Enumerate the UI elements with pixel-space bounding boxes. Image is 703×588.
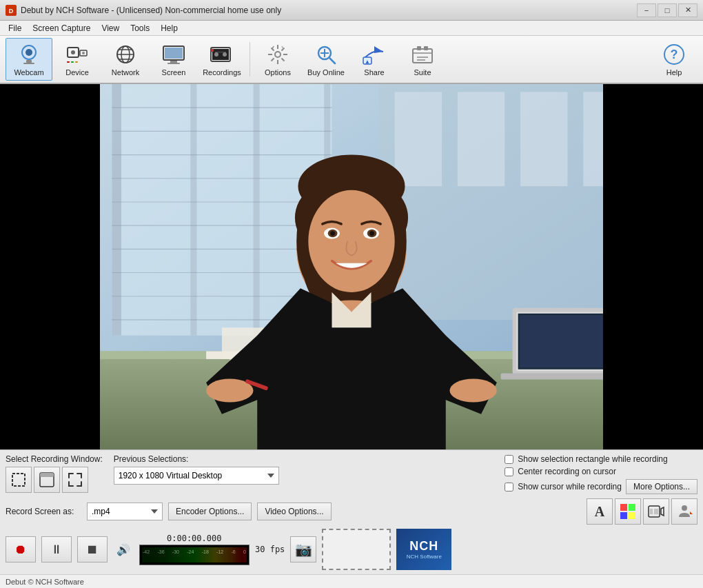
record-icon: ⏺	[14, 543, 27, 557]
video-options-button[interactable]: Video Options...	[257, 503, 331, 520]
more-options-button[interactable]: More Options...	[626, 479, 697, 494]
svg-point-101	[449, 378, 496, 402]
svg-rect-107	[629, 504, 635, 511]
share-label: Share	[364, 68, 384, 77]
minimize-button[interactable]: −	[637, 3, 656, 17]
svg-rect-4	[26, 60, 32, 63]
svg-rect-21	[167, 63, 180, 64]
previous-selections-section: Previous Selections: 1920 x 1080 Virtual…	[114, 454, 279, 485]
toolbar-btn-device[interactable]: Device	[54, 38, 101, 81]
screen-icon	[161, 42, 186, 67]
share-icon: ▲	[362, 42, 387, 67]
help-label: Help	[666, 68, 682, 77]
device-icon	[65, 42, 90, 67]
svg-rect-26	[215, 52, 226, 52]
svg-rect-70	[395, 92, 442, 186]
toolbar-btn-screen[interactable]: Screen	[150, 38, 197, 81]
video-frame	[100, 84, 603, 449]
svg-point-9	[82, 52, 85, 54]
svg-rect-11	[71, 61, 74, 63]
menu-view[interactable]: View	[96, 22, 125, 34]
select-window-button[interactable]	[34, 467, 60, 493]
volume-button[interactable]: 🔊	[113, 539, 134, 560]
nch-logo-subtext: NCH Software	[407, 554, 442, 560]
svg-rect-27	[211, 49, 214, 52]
stop-icon: ⏹	[86, 543, 99, 557]
playback-row: ⏺ ⏸ ⏹ 🔊 0:00:00.000 -42-36-30-24-18-12-6…	[6, 529, 697, 570]
center-cursor-checkbox[interactable]	[505, 467, 513, 476]
nch-logo-text: NCH	[409, 539, 438, 554]
record-button[interactable]: ⏺	[6, 536, 36, 562]
svg-text:?: ?	[671, 48, 678, 61]
help-icon: ?	[662, 42, 686, 67]
recording-window-label: Select Recording Window:	[6, 454, 103, 464]
toolbar-btn-buy-online[interactable]: Buy Online	[303, 38, 349, 81]
svg-rect-105	[40, 473, 54, 477]
svg-line-37	[272, 46, 274, 49]
time-fps-display: 0:00:00.000 -42-36-30-24-18-12-60	[139, 534, 249, 565]
svg-rect-112	[650, 509, 653, 514]
pause-button[interactable]: ⏸	[41, 536, 72, 562]
format-dropdown[interactable]: .mp4 .avi .wmv .flv .mkv	[87, 503, 163, 520]
svg-point-99	[369, 231, 374, 236]
toolbar-btn-help[interactable]: ? Help	[651, 38, 697, 81]
menu-bar: File Screen Capture View Tools Help	[0, 21, 703, 36]
svg-line-38	[282, 46, 283, 49]
toolbar-separator-1	[249, 42, 250, 77]
suite-label: Suite	[414, 68, 431, 77]
svg-rect-108	[620, 512, 627, 519]
svg-rect-71	[458, 92, 505, 186]
color-tool-button[interactable]	[615, 498, 641, 525]
recordings-icon	[210, 42, 234, 67]
svg-point-114	[682, 505, 687, 511]
menu-help[interactable]: Help	[155, 22, 183, 34]
toolbar-btn-options[interactable]: Options	[254, 38, 301, 81]
video-content	[100, 84, 603, 449]
text-tool-button[interactable]: A	[587, 498, 613, 525]
screen-label: Screen	[162, 68, 186, 77]
time-display: 0:00:00.000	[167, 534, 222, 543]
svg-point-25	[223, 52, 227, 57]
toolbar-btn-suite[interactable]: Suite	[399, 38, 446, 81]
stop-button[interactable]: ⏹	[77, 536, 108, 562]
toolbar-btn-network[interactable]: Network	[102, 38, 149, 81]
network-label: Network	[112, 68, 139, 77]
maximize-button[interactable]: □	[658, 3, 677, 17]
select-rectangle-button[interactable]	[6, 467, 32, 493]
svg-rect-19	[165, 48, 183, 59]
person-tool-button[interactable]	[671, 498, 697, 525]
previous-selections-dropdown[interactable]: 1920 x 1080 Virtual Desktop Full Screen …	[114, 467, 279, 485]
show-cursor-label: Show cursor while recording	[518, 482, 622, 491]
preview-box	[322, 529, 391, 570]
toolbar-btn-recordings[interactable]: Recordings	[198, 38, 245, 81]
toolbar-btn-webcam[interactable]: Webcam	[6, 38, 52, 81]
close-button[interactable]: ✕	[678, 3, 697, 17]
toolbar-btn-share[interactable]: ▲ Share	[351, 38, 398, 81]
show-cursor-checkbox[interactable]	[505, 483, 513, 491]
status-text: Debut © NCH Software	[6, 578, 84, 586]
webcam-icon	[17, 42, 41, 67]
svg-rect-72	[520, 92, 567, 186]
webcam-label: Webcam	[14, 68, 43, 77]
svg-rect-47	[417, 46, 421, 50]
meter-container: -42-36-30-24-18-12-60	[141, 547, 247, 563]
menu-screen-capture[interactable]: Screen Capture	[27, 22, 96, 34]
svg-rect-106	[620, 504, 627, 511]
svg-line-34	[282, 59, 285, 61]
show-selection-row: Show selection rectangle while recording	[505, 454, 697, 464]
center-cursor-row: Center recording on cursor	[505, 467, 697, 476]
select-fullscreen-button[interactable]	[62, 467, 88, 493]
volume-icon: 🔊	[116, 543, 130, 556]
previous-selections-label: Previous Selections:	[114, 454, 279, 464]
show-selection-checkbox[interactable]	[505, 455, 513, 464]
checkboxes-section: Show selection rectangle while recording…	[505, 454, 697, 494]
video-area	[0, 84, 703, 449]
encoder-options-button[interactable]: Encoder Options...	[168, 503, 252, 520]
snapshot-button[interactable]: 📷	[290, 536, 316, 562]
menu-tools[interactable]: Tools	[125, 22, 155, 34]
video-tool-icon	[648, 503, 664, 520]
menu-file[interactable]: File	[3, 22, 27, 34]
video-tool-button[interactable]	[643, 498, 669, 525]
record-screen-label: Record Screen as:	[6, 507, 81, 516]
title-bar-buttons: − □ ✕	[637, 3, 697, 17]
